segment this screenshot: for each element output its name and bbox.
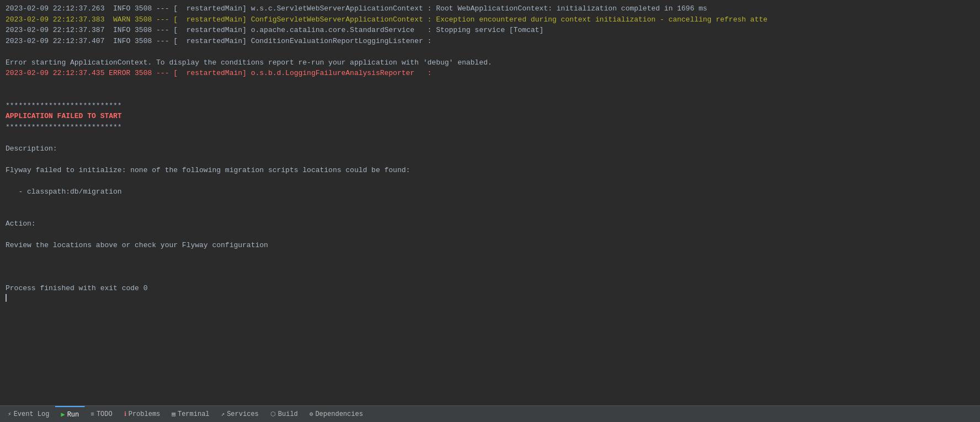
problems-icon: ℹ [124,410,126,418]
tab-problems[interactable]: ℹ Problems [119,406,167,422]
todo-icon: ≡ [90,411,94,418]
dependencies-icon: ⚙ [310,410,313,418]
terminal-icon: ▤ [172,410,175,418]
tab-services-label: Services [227,410,259,418]
tab-terminal[interactable]: ▤ Terminal [166,406,215,422]
event-log-icon: ⚡ [8,410,12,418]
tab-services[interactable]: ↗ Services [216,406,265,422]
console-output: 2023-02-09 22:12:37.263 INFO 3508 --- [ … [0,0,980,405]
tab-build-label: Build [278,410,298,418]
tab-todo-label: TODO [97,410,113,418]
tab-terminal-label: Terminal [178,410,210,418]
build-icon: ⬡ [270,410,276,418]
tab-dependencies-label: Dependencies [315,410,363,418]
tab-event-log-label: Event Log [14,410,50,418]
tab-todo[interactable]: ≡ TODO [85,406,118,422]
tab-dependencies[interactable]: ⚙ Dependencies [304,406,369,422]
tab-event-log[interactable]: ⚡ Event Log [2,406,55,422]
tab-run[interactable]: ▶ Run [55,406,85,422]
services-icon: ↗ [221,410,225,418]
run-icon: ▶ [61,410,65,419]
bottom-toolbar: ⚡ Event Log ▶ Run ≡ TODO ℹ Problems ▤ Te… [0,405,980,422]
tab-run-label: Run [67,411,79,419]
tab-problems-label: Problems [129,410,161,418]
tab-build[interactable]: ⬡ Build [265,406,304,422]
